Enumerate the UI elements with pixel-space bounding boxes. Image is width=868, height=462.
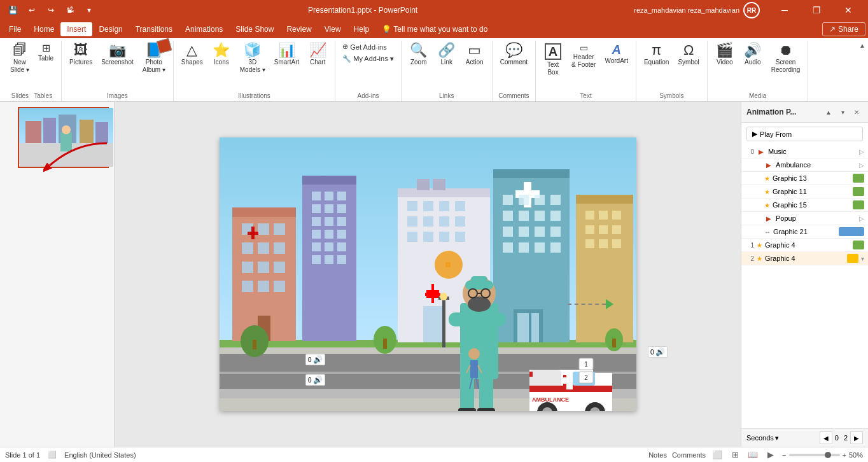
slideshow-button[interactable]: ▶ bbox=[764, 449, 777, 461]
play-from-button[interactable]: ▶ Play From bbox=[746, 127, 863, 141]
svg-rect-77 bbox=[576, 195, 633, 204]
sound-badge-2[interactable]: 0 🔊 bbox=[305, 374, 325, 386]
equation-button[interactable]: π Equation bbox=[640, 41, 673, 69]
3d-models-button[interactable]: 🧊 3DModels ▾ bbox=[236, 41, 269, 76]
header-footer-button[interactable]: ▭ Header& Footer bbox=[568, 41, 599, 71]
svg-rect-96 bbox=[423, 216, 433, 227]
fit-slide-icon[interactable]: ⬜ bbox=[48, 451, 57, 459]
anim-item-music[interactable]: 0 ▶ Music ▷ bbox=[741, 145, 868, 158]
photo-album-button[interactable]: 📘 PhotoAlbum ▾ bbox=[139, 41, 169, 76]
canvas-area[interactable]: AMBULANCE bbox=[115, 102, 741, 447]
undo-button[interactable]: ↩ bbox=[24, 3, 39, 18]
anim-item-graphic13[interactable]: ★ Graphic 13 bbox=[741, 172, 868, 185]
anim-dropdown-arrow[interactable]: ▾ bbox=[861, 255, 864, 262]
svg-rect-79 bbox=[599, 211, 608, 220]
svg-rect-25 bbox=[258, 262, 269, 273]
quick-access-toolbar: 💾 ↩ ↪ 📽 ▾ bbox=[5, 3, 97, 18]
svg-rect-69 bbox=[503, 242, 513, 253]
link-button[interactable]: 🔗 Link bbox=[433, 41, 460, 69]
sound-badge-1[interactable]: 0 🔊 bbox=[305, 354, 325, 365]
svg-rect-106 bbox=[425, 293, 440, 296]
symbol-button[interactable]: Ω Symbol bbox=[674, 41, 703, 69]
present-button[interactable]: 📽 bbox=[62, 3, 78, 18]
menu-view[interactable]: View bbox=[318, 22, 347, 36]
svg-rect-21 bbox=[242, 242, 253, 254]
anim-type-icon-graphic21: ↔ bbox=[764, 228, 771, 235]
new-slide-button[interactable]: 🗐 NewSlide ▾ bbox=[6, 41, 33, 76]
menu-slideshow[interactable]: Slide Show bbox=[229, 22, 280, 36]
zoom-slider[interactable] bbox=[789, 454, 840, 456]
customize-button[interactable]: ▾ bbox=[81, 3, 97, 18]
zoom-in-button[interactable]: + bbox=[843, 451, 846, 459]
sound-badge-3[interactable]: 0 🔊 bbox=[648, 346, 668, 358]
menu-file[interactable]: File bbox=[3, 22, 27, 36]
reading-view-button[interactable]: 📖 bbox=[746, 449, 759, 461]
menu-transitions[interactable]: Transitions bbox=[129, 22, 179, 36]
screenshot-button[interactable]: 📷 Screenshot bbox=[97, 41, 137, 69]
shapes-button[interactable]: △ Shapes bbox=[178, 41, 207, 69]
slide-panel: 1★ bbox=[0, 102, 115, 447]
zoom-out-button[interactable]: − bbox=[782, 451, 786, 459]
save-button[interactable]: 💾 bbox=[5, 3, 20, 18]
anim-type-icon-popup: ▶ bbox=[764, 214, 773, 223]
my-addins-button[interactable]: 🔧 My Add-ins ▾ bbox=[339, 53, 396, 65]
video-button[interactable]: 🎬 Video bbox=[711, 41, 738, 69]
action-button[interactable]: ▭ Action bbox=[461, 41, 488, 69]
svg-text:2: 2 bbox=[584, 374, 588, 381]
anim-item-graphic15[interactable]: ★ Graphic 15 bbox=[741, 199, 868, 212]
textbox-button[interactable]: A TextBox bbox=[540, 41, 566, 79]
panel-chevron-button[interactable]: ▾ bbox=[836, 106, 849, 118]
comment-button[interactable]: 💬 Comment bbox=[496, 41, 531, 69]
anim-item-graphic11[interactable]: ★ Graphic 11 bbox=[741, 185, 868, 199]
minimize-button[interactable]: ─ bbox=[770, 0, 799, 20]
panel-close-button[interactable]: ✕ bbox=[850, 106, 863, 118]
menu-animations[interactable]: Animations bbox=[179, 22, 229, 36]
slide-thumbnail[interactable] bbox=[18, 107, 109, 168]
svg-rect-95 bbox=[407, 216, 417, 227]
anim-next-button[interactable]: ▶ bbox=[850, 431, 863, 444]
pictures-button[interactable]: 🖼 Pictures bbox=[66, 41, 96, 69]
slide-sorter-button[interactable]: ⊞ bbox=[729, 449, 741, 461]
audio-button[interactable]: 🔊 Audio bbox=[739, 41, 766, 69]
menu-review[interactable]: Review bbox=[280, 22, 318, 36]
screen-recording-button[interactable]: ⏺ ScreenRecording bbox=[767, 41, 804, 76]
menu-home[interactable]: Home bbox=[27, 22, 60, 36]
menu-insert[interactable]: Insert bbox=[60, 22, 92, 36]
animation-panel-controls: ▲ ▾ ✕ bbox=[822, 106, 863, 118]
close-button[interactable]: ✕ bbox=[834, 0, 863, 20]
anim-item-graphic4-2[interactable]: 2 ★ Graphic 4 ▾ bbox=[741, 252, 868, 265]
wordart-button[interactable]: A WordArt bbox=[601, 41, 632, 67]
svg-rect-43 bbox=[337, 217, 346, 226]
svg-rect-78 bbox=[585, 211, 594, 220]
table-button[interactable]: ⊞ Table bbox=[34, 41, 57, 65]
panel-expand-button[interactable]: ▲ bbox=[822, 106, 835, 118]
menu-tell-me[interactable]: 💡 Tell me what you want to do bbox=[375, 22, 494, 36]
share-button[interactable]: ↗ Share bbox=[822, 22, 865, 36]
get-addins-button[interactable]: ⊕ Get Add-ins bbox=[339, 41, 389, 53]
ribbon-collapse-button[interactable]: ▲ bbox=[859, 42, 865, 49]
zoom-level[interactable]: 50% bbox=[849, 451, 863, 459]
anim-item-ambulance[interactable]: ▶ Ambulance ▷ bbox=[741, 158, 868, 172]
anim-item-graphic4-1[interactable]: 1 ★ Graphic 4 bbox=[741, 239, 868, 252]
redo-button[interactable]: ↪ bbox=[43, 3, 59, 18]
shapes-icon: △ bbox=[186, 43, 197, 57]
chart-button[interactable]: 📈 Chart bbox=[304, 41, 331, 69]
anim-prev-button[interactable]: ◀ bbox=[820, 431, 832, 444]
svg-rect-3 bbox=[43, 118, 56, 143]
icons-button[interactable]: ⭐ Icons bbox=[208, 41, 235, 69]
normal-view-button[interactable]: ⬜ bbox=[711, 449, 724, 461]
menu-design[interactable]: Design bbox=[92, 22, 129, 36]
ribbon-symbols-label: Symbols bbox=[640, 91, 703, 101]
seconds-selector[interactable]: Seconds ▾ bbox=[746, 434, 779, 442]
notes-button[interactable]: Notes bbox=[648, 451, 667, 459]
menu-help[interactable]: Help bbox=[347, 22, 376, 36]
comments-button[interactable]: Comments bbox=[672, 451, 706, 459]
ribbon-group-comments: 💬 Comment Comments bbox=[493, 41, 536, 101]
svg-rect-5 bbox=[80, 120, 94, 143]
anim-item-popup[interactable]: ▶ Popup ▷ bbox=[741, 212, 868, 225]
restore-button[interactable]: ❐ bbox=[802, 0, 831, 20]
icons-icon: ⭐ bbox=[213, 43, 230, 57]
smartart-button[interactable]: 📊 SmartArt bbox=[270, 41, 303, 69]
anim-item-graphic21[interactable]: ↔ Graphic 21 bbox=[741, 225, 868, 239]
zoom-button[interactable]: 🔍 Zoom bbox=[405, 41, 432, 69]
